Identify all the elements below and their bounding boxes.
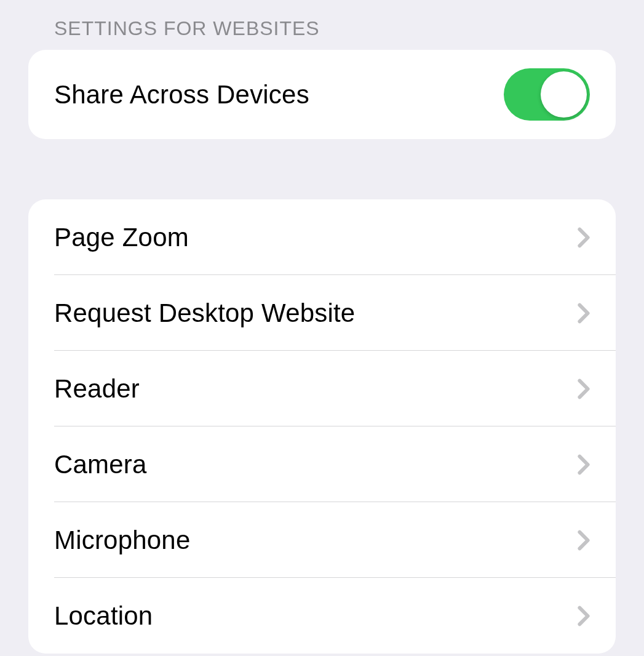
reader-label: Reader	[54, 374, 140, 404]
chevron-right-icon	[578, 378, 590, 399]
share-across-devices-card: Share Across Devices	[28, 50, 616, 139]
page-zoom-label: Page Zoom	[54, 223, 189, 252]
reader-row[interactable]: Reader	[28, 351, 616, 426]
spacer	[0, 139, 644, 199]
camera-label: Camera	[54, 450, 147, 479]
section-header: SETTINGS FOR WEBSITES	[0, 0, 644, 50]
chevron-right-icon	[578, 606, 590, 626]
website-settings-list: Page Zoom Request Desktop Website Reader…	[28, 199, 616, 654]
chevron-right-icon	[578, 227, 590, 248]
location-label: Location	[54, 601, 153, 631]
chevron-right-icon	[578, 454, 590, 475]
microphone-row[interactable]: Microphone	[28, 502, 616, 578]
toggle-knob	[541, 71, 587, 118]
chevron-right-icon	[578, 303, 590, 324]
share-across-devices-label: Share Across Devices	[54, 80, 309, 110]
request-desktop-website-label: Request Desktop Website	[54, 298, 355, 328]
microphone-label: Microphone	[54, 526, 190, 555]
location-row[interactable]: Location	[28, 578, 616, 654]
share-across-devices-toggle[interactable]	[504, 68, 590, 121]
share-across-devices-row: Share Across Devices	[28, 50, 616, 139]
request-desktop-website-row[interactable]: Request Desktop Website	[28, 275, 616, 351]
camera-row[interactable]: Camera	[28, 426, 616, 502]
chevron-right-icon	[578, 530, 590, 551]
page-zoom-row[interactable]: Page Zoom	[28, 199, 616, 275]
